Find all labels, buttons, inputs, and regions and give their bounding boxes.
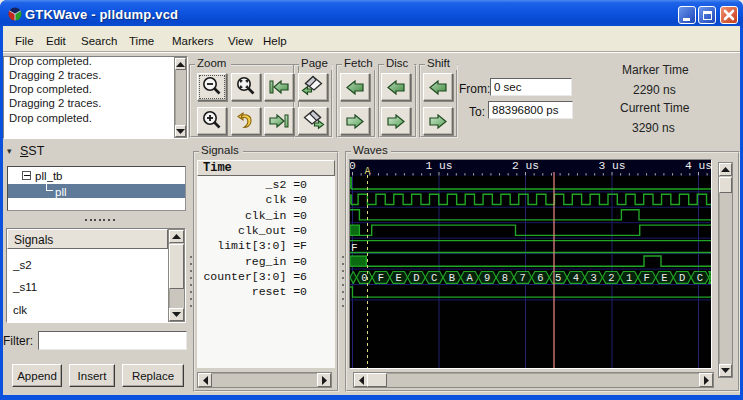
svg-text:0: 0 xyxy=(350,160,356,172)
svg-text:F: F xyxy=(351,242,358,254)
svg-text:D: D xyxy=(679,272,685,284)
svg-text:E: E xyxy=(661,272,667,284)
svg-text:2 us: 2 us xyxy=(512,160,539,172)
svg-text:F: F xyxy=(378,272,384,284)
svg-text:5: 5 xyxy=(555,272,561,284)
svg-text:F: F xyxy=(644,272,650,284)
svg-text:A: A xyxy=(466,272,473,284)
svg-text:9: 9 xyxy=(484,272,490,284)
svg-text:C: C xyxy=(697,272,703,284)
svg-text:B: B xyxy=(449,272,455,284)
svg-text:A: A xyxy=(364,166,370,177)
svg-text:E: E xyxy=(396,272,402,284)
svg-text:3 us: 3 us xyxy=(598,160,625,172)
svg-text:1 us: 1 us xyxy=(425,160,452,172)
svg-text:7: 7 xyxy=(520,272,526,284)
svg-text:1: 1 xyxy=(626,272,632,284)
svg-text:6: 6 xyxy=(537,272,543,284)
svg-text:D: D xyxy=(413,272,419,284)
svg-text:4: 4 xyxy=(573,272,579,284)
svg-text:2: 2 xyxy=(608,272,614,284)
svg-text:C: C xyxy=(431,272,437,284)
svg-text:4 us: 4 us xyxy=(685,160,711,172)
svg-text:3: 3 xyxy=(590,272,596,284)
svg-text:0: 0 xyxy=(361,272,367,284)
svg-text:8: 8 xyxy=(502,272,508,284)
